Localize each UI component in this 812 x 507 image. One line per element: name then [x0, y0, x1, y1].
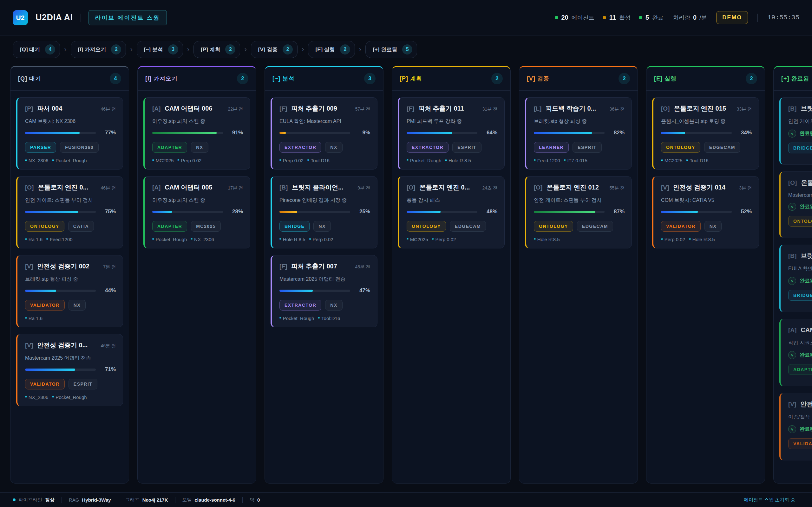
cam-system-tag: ESPRIT	[452, 142, 481, 153]
meta-text: NX_2306	[29, 158, 49, 163]
progress-percent: 34%	[737, 130, 752, 136]
pipeline-stage-6[interactable]: [+] 완료됨5	[365, 41, 417, 58]
card-progress-row: 28%	[152, 209, 243, 215]
meta-item: *Pocket_Rough	[152, 237, 187, 242]
check-circle-icon: v	[788, 277, 796, 285]
progress-track	[25, 369, 96, 371]
stage-count-badge: 2	[283, 44, 293, 55]
agent-card[interactable]: [A]CAM 어댑터 00622분 전하우징.stp 피처 스캔 중91%ADA…	[143, 97, 250, 170]
agent-card[interactable]: [A]CAM 어댑터작업 시퀀스 생성v완료됨ADAPTER	[779, 319, 812, 386]
column-title: [P] 계획	[400, 75, 422, 82]
footer-divider	[175, 497, 175, 503]
meta-text: IT7 0.015	[567, 158, 587, 163]
agent-card[interactable]: [F]피처 추출기 00957분 전EULA 확인: Mastercam API…	[270, 97, 377, 170]
meta-item: *Tool:D16	[318, 316, 340, 321]
pipeline-stage-1[interactable]: [I] 가져오기2	[71, 41, 126, 58]
asterisk-icon: *	[25, 395, 27, 400]
progress-track	[25, 132, 96, 134]
meta-text: Hole R:8.5	[537, 237, 560, 242]
pipeline-stage-5[interactable]: [E] 실행2	[308, 41, 355, 58]
agent-card[interactable]: [B]브릿지 클라이언...EULA 확인: Masterv완료됨BRIDGE	[779, 245, 812, 312]
card-title-row: [O]온톨로지 엔진	[788, 178, 812, 187]
meta-item: *Pocket_Rough	[52, 395, 87, 400]
column-header-plan: [P] 계획2	[392, 67, 510, 91]
column-title: [E] 실행	[654, 75, 676, 82]
meta-item: *Feed:1200	[46, 237, 72, 242]
progress-fill	[25, 132, 80, 134]
completed-status-label: 완료됨	[800, 204, 812, 210]
agent-card[interactable]: [V]안전성 검증기 0...46분 전Mastercam 2025 어댑터 전…	[16, 334, 123, 406]
meta-text: Pocket_Rough	[283, 316, 314, 321]
status-dot	[603, 16, 606, 19]
meta-item: *Hole R:8.5	[445, 158, 471, 163]
progress-track	[280, 290, 350, 292]
agent-name: 안전성 검증기 002	[37, 262, 99, 271]
agent-card[interactable]: [F]피처 추출기 00745분 전Mastercam 2025 어댑터 전송4…	[270, 255, 377, 327]
column-body-done: [B]브릿지 클라이언...안전 게이트: 스핀들v완료됨BRIDGE[O]온톨…	[774, 91, 812, 483]
card-progress-row: 91%	[152, 130, 243, 136]
check-circle-icon: v	[788, 351, 796, 359]
card-task-description: 안전 게이트: 스핀들	[788, 118, 812, 125]
pipeline-stage-4[interactable]: [V] 검증2	[251, 41, 298, 58]
pipeline-stage-0[interactable]: [Q] 대기4	[13, 41, 60, 58]
agent-card[interactable]: [A]CAM 어댑터 00517분 전하우징.stp 피처 스캔 중28%ADA…	[143, 176, 250, 248]
agent-card[interactable]: [V]안전성 검증기 0143분 전COM 브릿지: CATIA V552%VA…	[652, 176, 759, 248]
card-tags: BRIDGE	[788, 143, 812, 153]
card-meta: *MC2025*Perp 0.02	[407, 237, 497, 242]
agent-card[interactable]: [V]안전성 검증기 0027분 전브래킷.stp 형상 파싱 중44%VALI…	[16, 255, 123, 327]
meta-item: *Pocket_Rough	[52, 158, 87, 163]
agent-card[interactable]: [O]온톨로지 엔진 0...46분 전안전 게이트: 스핀들 부하 검사75%…	[16, 176, 123, 248]
agent-card[interactable]: [B]브릿지 클라이언...9분 전Pinecone 임베딩 결과 저장 중25…	[270, 176, 377, 248]
pipeline-stage-3[interactable]: [P] 계획2	[194, 41, 240, 58]
agent-card[interactable]: [B]브릿지 클라이언...안전 게이트: 스핀들v완료됨BRIDGE	[779, 97, 812, 165]
stat-value: 11	[609, 14, 616, 21]
asterisk-icon: *	[689, 237, 691, 242]
agent-card[interactable]: [V]안전성 검증기이송/절삭 속도v완료됨VALIDATOR	[779, 393, 812, 460]
agent-card[interactable]: [O]온톨로지 엔진 0...24초 전충돌 감지 패스48%ONTOLOGYE…	[398, 176, 505, 248]
card-title-row: [A]CAM 어댑터	[788, 326, 812, 334]
agent-card[interactable]: [O]온톨로지 엔진 01533분 전플랜지_어셈블리.stp 로딩 중34%O…	[652, 97, 759, 170]
card-meta: *Ra 1.6*Feed:1200	[25, 237, 116, 242]
card-task-description: COM 브릿지: CATIA V5	[661, 197, 752, 204]
card-progress-row: 82%	[534, 130, 624, 136]
pipeline-stage-2[interactable]: [~] 분석3	[137, 41, 183, 58]
card-task-description: 브래킷.stp 형상 파싱 중	[534, 118, 624, 125]
agent-card[interactable]: [F]피처 추출기 01131분 전PMI 피드백 루프 강화 중64%EXTR…	[398, 97, 505, 170]
agent-card[interactable]: [L]피드백 학습기 0...36분 전브래킷.stp 형상 파싱 중82%LE…	[525, 97, 632, 170]
asterisk-icon: *	[564, 158, 566, 163]
agent-card[interactable]: [O]온톨로지 엔진Mastercam 2025v완료됨ONTOLOGY	[779, 171, 812, 238]
agent-card[interactable]: [P]파서 00446분 전CAM 브릿지: NX 230677%PARSERF…	[16, 97, 123, 170]
meta-item: *Tool:D16	[687, 158, 709, 163]
card-progress-row: 75%	[25, 209, 116, 215]
footer-label: RAG	[69, 497, 79, 503]
card-title-row: [P]파서 00446분 전	[25, 104, 116, 113]
meta-item: *Perp 0.02	[661, 237, 685, 242]
agent-name: 안전성 검증기	[800, 400, 812, 408]
agent-type-badge: [A]	[788, 327, 797, 334]
card-progress-row: 25%	[280, 209, 370, 215]
meta-item: *Perp 0.02	[177, 158, 202, 163]
stat-label: 완료	[652, 14, 664, 21]
stage-count-badge: 2	[111, 44, 121, 55]
footer-label: 그래프	[125, 497, 140, 503]
agent-card[interactable]: [O]온톨로지 엔진 01255분 전안전 게이트: 스핀들 부하 검사87%O…	[525, 176, 632, 248]
stat-value: 5	[646, 14, 649, 21]
column-body-queue: [P]파서 00446분 전CAM 브릿지: NX 230677%PARSERF…	[10, 91, 129, 483]
progress-track	[280, 211, 350, 213]
meta-item: *Feed:1200	[534, 158, 560, 163]
stage-count-badge: 2	[225, 44, 235, 55]
meta-text: Hole R:8.5	[693, 237, 715, 242]
agent-name: CAM 어댑터	[801, 326, 812, 334]
stage-label: [Q] 대기	[20, 46, 40, 53]
card-tags: VALIDATORESPRIT	[25, 379, 116, 389]
agent-name: 피드백 학습기 0...	[546, 104, 605, 113]
card-title-row: [V]안전성 검증기 0...46분 전	[25, 341, 116, 349]
status-bar: 파이프라인정상RAGHybrid-3Way그래프Neo4j 217K모델clau…	[0, 493, 812, 507]
card-tags: EXTRACTORNX	[280, 142, 370, 153]
cam-system-tag: ESPRIT	[572, 142, 602, 153]
app-header: U2 U2DIA AI 라이브 에이전트 스웜 20에이전트11활성5완료 처리…	[0, 0, 812, 36]
agent-type-badge: [P]	[25, 105, 33, 112]
meta-item: *Hole R:8.5	[689, 237, 715, 242]
meta-text: Tool:D16	[321, 316, 340, 321]
meta-item: *Perp 0.02	[432, 237, 456, 242]
